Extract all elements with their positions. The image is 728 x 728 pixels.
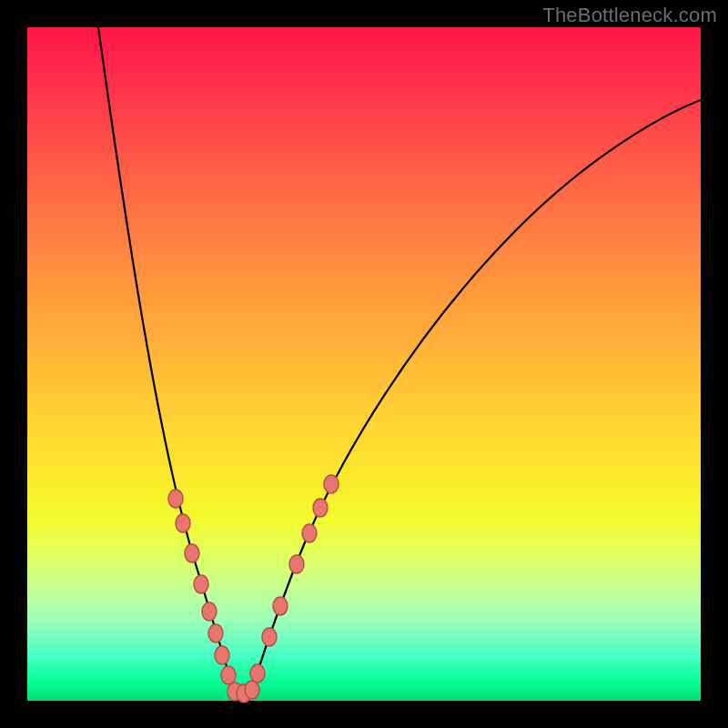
watermark-text: TheBottleneck.com — [542, 4, 717, 27]
bead — [245, 681, 259, 699]
bead — [185, 544, 199, 562]
bead — [324, 475, 339, 493]
bead — [250, 664, 265, 682]
bead — [215, 646, 229, 664]
curve-svg — [27, 27, 701, 701]
bead — [168, 490, 183, 508]
bead — [313, 499, 328, 517]
bead — [194, 575, 208, 593]
beads-group — [168, 475, 339, 703]
bead — [202, 602, 217, 621]
right-strand — [257, 100, 701, 675]
left-strand — [98, 27, 229, 675]
plot-area — [27, 27, 701, 701]
bead — [176, 514, 190, 532]
bead — [221, 666, 236, 684]
bead — [208, 624, 223, 642]
bead — [302, 524, 317, 542]
bead — [262, 628, 277, 646]
bead — [273, 597, 288, 615]
bead — [289, 555, 304, 573]
chart-frame: TheBottleneck.com — [0, 0, 728, 728]
